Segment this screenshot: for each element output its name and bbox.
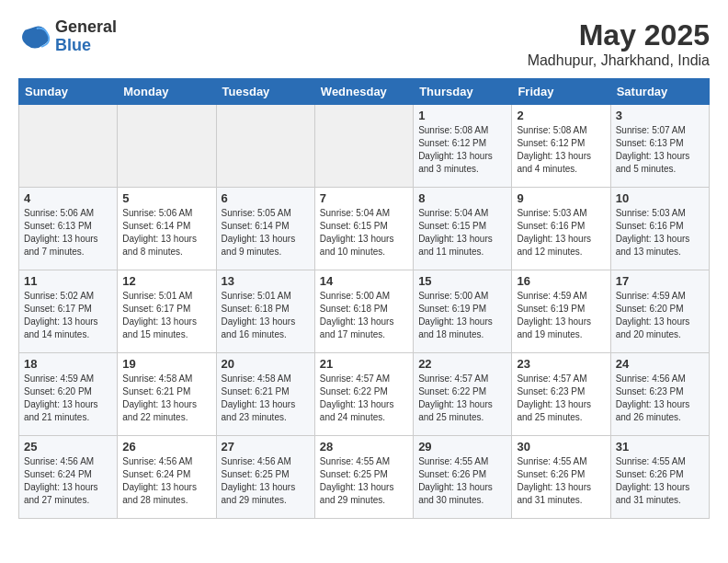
calendar-cell: 9Sunrise: 5:03 AMSunset: 6:16 PMDaylight…: [512, 188, 610, 270]
calendar-cell: 29Sunrise: 4:55 AMSunset: 6:26 PMDayligh…: [414, 436, 512, 519]
weekday-header-wednesday: Wednesday: [314, 79, 413, 105]
calendar-week-row: 1Sunrise: 5:08 AMSunset: 6:12 PMDaylight…: [19, 105, 710, 188]
day-info: Sunrise: 5:01 AMSunset: 6:17 PMDaylight:…: [122, 290, 210, 341]
calendar-cell: 27Sunrise: 4:56 AMSunset: 6:25 PMDayligh…: [216, 436, 314, 519]
day-number: 13: [222, 274, 310, 288]
day-number: 27: [222, 440, 310, 454]
weekday-header-thursday: Thursday: [414, 79, 512, 105]
calendar-cell: 31Sunrise: 4:55 AMSunset: 6:26 PMDayligh…: [610, 436, 709, 519]
day-info: Sunrise: 5:08 AMSunset: 6:12 PMDaylight:…: [418, 124, 506, 176]
day-number: 5: [122, 191, 210, 205]
day-number: 24: [616, 357, 704, 371]
calendar-cell: 28Sunrise: 4:55 AMSunset: 6:25 PMDayligh…: [314, 436, 413, 519]
weekday-header-row: SundayMondayTuesdayWednesdayThursdayFrid…: [19, 79, 710, 105]
calendar-cell: 30Sunrise: 4:55 AMSunset: 6:26 PMDayligh…: [512, 436, 610, 519]
day-number: 30: [517, 440, 605, 454]
calendar-cell: 12Sunrise: 5:01 AMSunset: 6:17 PMDayligh…: [118, 270, 216, 353]
day-number: 20: [222, 357, 310, 371]
day-number: 26: [122, 440, 210, 454]
calendar-cell: 3Sunrise: 5:07 AMSunset: 6:13 PMDaylight…: [610, 105, 709, 188]
logo: General Blue: [18, 18, 117, 55]
day-info: Sunrise: 5:07 AMSunset: 6:13 PMDaylight:…: [616, 124, 704, 176]
calendar-cell: 25Sunrise: 4:56 AMSunset: 6:24 PMDayligh…: [19, 436, 118, 519]
calendar-cell: 11Sunrise: 5:02 AMSunset: 6:17 PMDayligh…: [19, 270, 118, 353]
page-header: General Blue May 2025 Madhupur, Jharkhan…: [18, 18, 710, 69]
day-info: Sunrise: 5:05 AMSunset: 6:14 PMDaylight:…: [222, 207, 310, 259]
calendar-cell: [216, 105, 314, 188]
calendar-cell: 16Sunrise: 4:59 AMSunset: 6:19 PMDayligh…: [512, 270, 610, 353]
day-number: 25: [24, 440, 112, 454]
day-number: 15: [418, 274, 506, 288]
weekday-header-tuesday: Tuesday: [216, 79, 314, 105]
day-info: Sunrise: 4:57 AMSunset: 6:22 PMDaylight:…: [320, 373, 408, 424]
day-number: 6: [222, 191, 310, 205]
weekday-header-sunday: Sunday: [19, 79, 118, 105]
day-info: Sunrise: 4:57 AMSunset: 6:22 PMDaylight:…: [418, 373, 506, 424]
calendar-cell: 14Sunrise: 5:00 AMSunset: 6:18 PMDayligh…: [314, 270, 413, 353]
day-number: 4: [24, 191, 112, 205]
calendar-cell: 10Sunrise: 5:03 AMSunset: 6:16 PMDayligh…: [610, 188, 709, 270]
day-info: Sunrise: 5:03 AMSunset: 6:16 PMDaylight:…: [517, 207, 605, 259]
calendar-week-row: 18Sunrise: 4:59 AMSunset: 6:20 PMDayligh…: [19, 353, 710, 436]
calendar-cell: 2Sunrise: 5:08 AMSunset: 6:12 PMDaylight…: [512, 105, 610, 188]
day-info: Sunrise: 5:00 AMSunset: 6:19 PMDaylight:…: [418, 290, 506, 341]
calendar-week-row: 11Sunrise: 5:02 AMSunset: 6:17 PMDayligh…: [19, 270, 710, 353]
day-info: Sunrise: 4:56 AMSunset: 6:24 PMDaylight:…: [122, 455, 210, 507]
day-info: Sunrise: 5:06 AMSunset: 6:13 PMDaylight:…: [24, 207, 112, 259]
calendar-cell: [19, 105, 118, 188]
day-info: Sunrise: 5:08 AMSunset: 6:12 PMDaylight:…: [517, 124, 605, 176]
calendar-table: SundayMondayTuesdayWednesdayThursdayFrid…: [18, 78, 710, 519]
day-info: Sunrise: 4:55 AMSunset: 6:26 PMDaylight:…: [418, 455, 506, 507]
day-info: Sunrise: 4:58 AMSunset: 6:21 PMDaylight:…: [222, 373, 310, 424]
month-year: May 2025: [528, 18, 710, 52]
calendar-cell: 17Sunrise: 4:59 AMSunset: 6:20 PMDayligh…: [610, 270, 709, 353]
calendar-cell: 5Sunrise: 5:06 AMSunset: 6:14 PMDaylight…: [118, 188, 216, 270]
location: Madhupur, Jharkhand, India: [528, 52, 710, 69]
day-info: Sunrise: 5:02 AMSunset: 6:17 PMDaylight:…: [24, 290, 112, 341]
day-number: 10: [616, 191, 704, 205]
calendar-cell: 18Sunrise: 4:59 AMSunset: 6:20 PMDayligh…: [19, 353, 118, 436]
day-info: Sunrise: 4:58 AMSunset: 6:21 PMDaylight:…: [122, 373, 210, 424]
day-info: Sunrise: 4:59 AMSunset: 6:20 PMDaylight:…: [24, 373, 112, 424]
calendar-week-row: 25Sunrise: 4:56 AMSunset: 6:24 PMDayligh…: [19, 436, 710, 519]
calendar-cell: 15Sunrise: 5:00 AMSunset: 6:19 PMDayligh…: [414, 270, 512, 353]
logo-blue-text: Blue: [55, 36, 91, 54]
weekday-header-monday: Monday: [118, 79, 216, 105]
day-info: Sunrise: 4:59 AMSunset: 6:20 PMDaylight:…: [616, 290, 704, 341]
calendar-cell: 20Sunrise: 4:58 AMSunset: 6:21 PMDayligh…: [216, 353, 314, 436]
calendar-cell: 6Sunrise: 5:05 AMSunset: 6:14 PMDaylight…: [216, 188, 314, 270]
calendar-cell: 19Sunrise: 4:58 AMSunset: 6:21 PMDayligh…: [118, 353, 216, 436]
day-info: Sunrise: 5:04 AMSunset: 6:15 PMDaylight:…: [320, 207, 408, 259]
day-info: Sunrise: 5:04 AMSunset: 6:15 PMDaylight:…: [418, 207, 506, 259]
day-info: Sunrise: 5:01 AMSunset: 6:18 PMDaylight:…: [222, 290, 310, 341]
calendar-cell: 23Sunrise: 4:57 AMSunset: 6:23 PMDayligh…: [512, 353, 610, 436]
day-number: 23: [517, 357, 605, 371]
day-info: Sunrise: 4:56 AMSunset: 6:24 PMDaylight:…: [24, 455, 112, 507]
calendar-cell: 4Sunrise: 5:06 AMSunset: 6:13 PMDaylight…: [19, 188, 118, 270]
day-number: 11: [24, 274, 112, 288]
day-info: Sunrise: 4:59 AMSunset: 6:19 PMDaylight:…: [517, 290, 605, 341]
day-number: 2: [517, 109, 605, 122]
day-number: 7: [320, 191, 408, 205]
day-info: Sunrise: 5:03 AMSunset: 6:16 PMDaylight:…: [616, 207, 704, 259]
calendar-cell: 24Sunrise: 4:56 AMSunset: 6:23 PMDayligh…: [610, 353, 709, 436]
weekday-header-friday: Friday: [512, 79, 610, 105]
day-info: Sunrise: 4:55 AMSunset: 6:26 PMDaylight:…: [616, 455, 704, 507]
day-number: 8: [418, 191, 506, 205]
day-info: Sunrise: 4:56 AMSunset: 6:25 PMDaylight:…: [222, 455, 310, 507]
logo-icon: [18, 20, 51, 53]
day-info: Sunrise: 4:56 AMSunset: 6:23 PMDaylight:…: [616, 373, 704, 424]
calendar-cell: 26Sunrise: 4:56 AMSunset: 6:24 PMDayligh…: [118, 436, 216, 519]
logo-general-text: General: [55, 17, 117, 36]
calendar-cell: 1Sunrise: 5:08 AMSunset: 6:12 PMDaylight…: [414, 105, 512, 188]
calendar-cell: 21Sunrise: 4:57 AMSunset: 6:22 PMDayligh…: [314, 353, 413, 436]
day-number: 29: [418, 440, 506, 454]
day-info: Sunrise: 4:55 AMSunset: 6:25 PMDaylight:…: [320, 455, 408, 507]
day-number: 9: [517, 191, 605, 205]
calendar-cell: 8Sunrise: 5:04 AMSunset: 6:15 PMDaylight…: [414, 188, 512, 270]
day-info: Sunrise: 5:06 AMSunset: 6:14 PMDaylight:…: [122, 207, 210, 259]
calendar-cell: 22Sunrise: 4:57 AMSunset: 6:22 PMDayligh…: [414, 353, 512, 436]
day-number: 28: [320, 440, 408, 454]
weekday-header-saturday: Saturday: [610, 79, 709, 105]
day-number: 12: [122, 274, 210, 288]
